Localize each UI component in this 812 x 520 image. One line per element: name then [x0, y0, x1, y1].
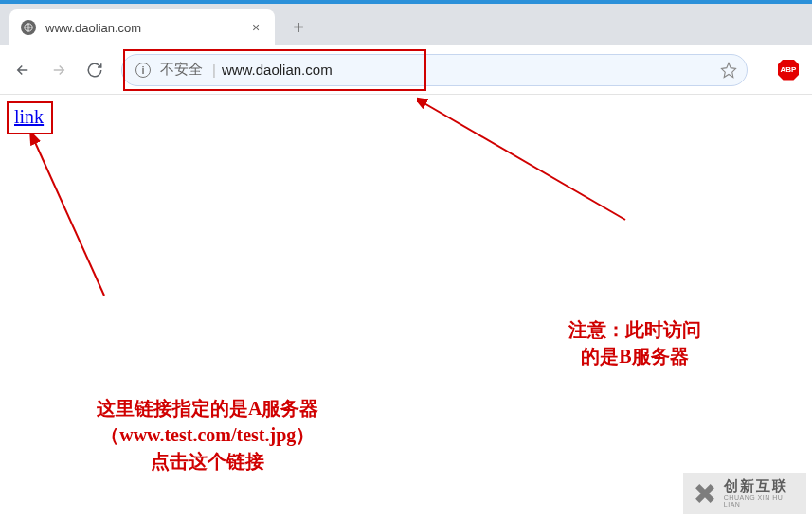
security-status: 不安全 [160, 61, 203, 79]
reload-button[interactable] [85, 61, 104, 80]
url-text: www.daolian.com [222, 62, 720, 78]
watermark-text: 创新互联 CHUANG XIN HU LIAN [724, 478, 799, 509]
info-icon[interactable]: i [135, 63, 151, 78]
svg-line-2 [423, 102, 625, 220]
new-tab-button[interactable]: + [284, 13, 313, 42]
page-link[interactable]: link [14, 106, 44, 127]
abp-extension-icon[interactable]: ABP [778, 60, 799, 81]
forward-button[interactable] [49, 61, 68, 80]
arrow-right-icon [417, 97, 635, 229]
browser-tab[interactable]: www.daolian.com × [9, 9, 275, 45]
annotation-highlight-link: link [7, 101, 53, 134]
back-button[interactable] [13, 61, 32, 80]
globe-icon [21, 20, 36, 35]
watermark-cn: 创新互联 [724, 478, 799, 494]
toolbar: i 不安全 | www.daolian.com ABP [0, 45, 812, 95]
arrow-left-icon [28, 134, 114, 305]
close-icon[interactable]: × [248, 20, 263, 35]
page-content: link 注意：此时访问 的是B服务器 这里链接指定的是A服务器 （www.te… [0, 95, 812, 520]
watermark-en: CHUANG XIN HU LIAN [724, 494, 799, 509]
tab-title: www.daolian.com [45, 21, 248, 35]
tab-strip: www.daolian.com × + [0, 4, 812, 45]
watermark-logo-icon [691, 479, 718, 508]
annotation-left: 这里链接指定的是A服务器 （www.test.com/test.jpg） 点击这… [97, 395, 318, 475]
watermark: 创新互联 CHUANG XIN HU LIAN [683, 473, 806, 514]
bookmark-star-icon[interactable] [720, 62, 737, 79]
address-bar[interactable]: i 不安全 | www.daolian.com [121, 54, 748, 86]
separator: | [212, 62, 216, 78]
annotation-right: 注意：此时访问 的是B服务器 [568, 316, 701, 369]
svg-line-1 [34, 140, 104, 296]
